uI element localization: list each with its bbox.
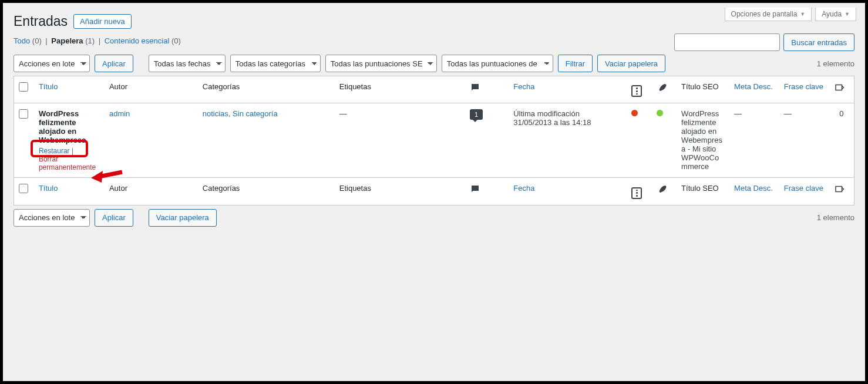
col-keyphrase[interactable]: Frase clave [779,76,829,103]
col-title[interactable]: Título [34,76,105,103]
col-title-foot[interactable]: Título [34,177,105,204]
feather-icon [657,82,667,93]
search-input[interactable] [674,33,780,51]
empty-trash-button-top[interactable]: Vaciar papelera [597,55,665,72]
readability-icon [631,85,642,97]
filter-button[interactable]: Filtrar [558,55,593,72]
chevron-down-icon: ▼ [800,11,805,17]
select-all-top[interactable] [19,82,28,92]
apply-button-bottom[interactable]: Aplicar [95,209,133,227]
tags-cell: — [335,103,465,177]
keyphrase-cell: — [779,103,829,177]
item-count-top: 1 elemento [817,59,854,68]
comment-icon [470,82,480,93]
bulk-action-select-bottom[interactable]: Acciones en lote [14,209,90,227]
col-keyphrase-foot[interactable]: Frase clave [779,177,829,204]
filter-seo-select[interactable]: Todas las puntuaciones SEO [325,55,437,72]
col-author: Autor [105,76,198,103]
view-cornerstone-link[interactable]: Contenido esencial [105,36,170,45]
empty-trash-button-bottom[interactable]: Vaciar papelera [149,209,217,227]
col-meta-desc[interactable]: Meta Desc. [729,76,779,103]
posts-table: Título Autor Categorías Etiquetas Fecha … [14,76,854,206]
search-button[interactable]: Buscar entradas [783,33,854,51]
col-comments-foot[interactable] [465,177,509,204]
screen-options-tab[interactable]: Opciones de pantalla ▼ [725,8,812,21]
col-tags: Etiquetas [335,76,465,103]
col-links [829,76,854,103]
col-seo-title-foot: Título SEO [677,177,729,204]
links-icon [834,82,845,93]
delete-permanently-link[interactable]: Borrar permanentemente [39,155,96,171]
screen-options-label: Opciones de pantalla [731,10,798,18]
item-count-bottom: 1 elemento [817,213,854,222]
col-date[interactable]: Fecha [509,76,627,103]
feather-icon [657,184,667,194]
chevron-down-icon: ▼ [845,11,850,17]
col-comments[interactable] [465,76,509,103]
categories-link[interactable]: noticias, Sin categoría [203,109,278,118]
bulk-action-select-top[interactable]: Acciones en lote [14,55,90,72]
row-actions: Restaurar | Borrar permanentemente [39,144,100,171]
page-title: Entradas [14,14,68,29]
col-seo-foot [652,177,677,204]
table-row: WordPress felizmente alojado en Webempre… [14,103,854,177]
col-date-foot[interactable]: Fecha [509,177,627,204]
post-title: WordPress felizmente alojado en Webempre… [39,109,86,144]
author-link[interactable]: admin [109,109,130,118]
col-readability-foot [627,177,651,204]
filter-readability-select[interactable]: Todas las puntuaciones de [442,55,553,72]
readability-dot-red [631,110,638,116]
readability-icon [631,187,642,199]
view-trash-current: Papelera [51,36,83,45]
col-tags-foot: Etiquetas [335,177,465,204]
seo-title-cell: WordPress felizmente alojado en Webempre… [677,103,729,177]
add-new-button[interactable]: Añadir nueva [73,14,132,29]
links-icon [834,184,845,194]
col-readability [627,76,651,103]
row-checkbox[interactable] [19,109,28,119]
meta-desc-cell: — [729,103,779,177]
col-categories-foot: Categorías [198,177,335,204]
comment-icon [470,184,480,194]
col-seo-title: Título SEO [677,76,729,103]
col-author-foot: Autor [105,177,198,204]
col-seo [652,76,677,103]
date-cell: Última modificación31/05/2013 a las 14:1… [509,103,627,177]
filter-dates-select[interactable]: Todas las fechas [149,55,226,72]
col-categories: Categorías [198,76,335,103]
help-tab[interactable]: Ayuda ▼ [815,8,856,21]
help-label: Ayuda [822,10,842,18]
apply-button-top[interactable]: Aplicar [95,55,133,72]
col-links-foot [829,177,854,204]
links-cell: 0 [829,103,854,177]
filter-categories-select[interactable]: Todas las categorías [230,55,321,72]
restore-link[interactable]: Restaurar [39,147,70,155]
seo-dot-green [657,110,663,116]
col-meta-desc-foot[interactable]: Meta Desc. [729,177,779,204]
view-all-link[interactable]: Todo [14,36,30,45]
comment-count[interactable]: 1 [470,109,483,120]
select-all-bottom[interactable] [19,184,28,193]
